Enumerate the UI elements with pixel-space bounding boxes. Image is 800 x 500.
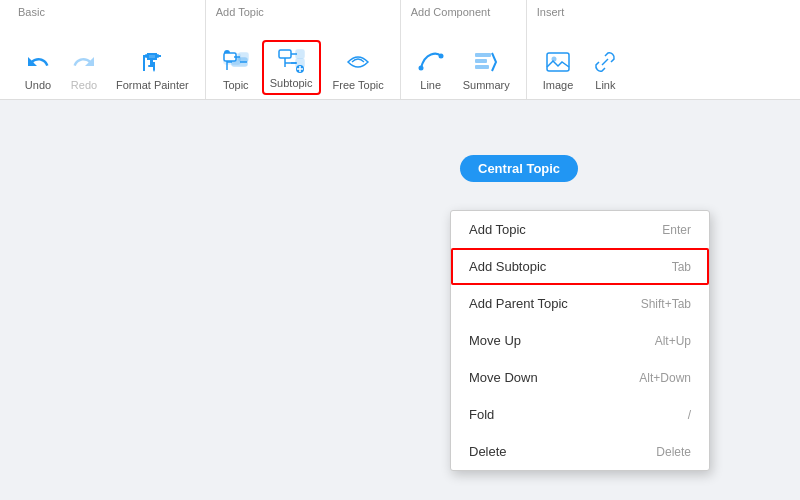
- redo-button[interactable]: Redo: [64, 44, 104, 95]
- free-topic-button[interactable]: Free Topic: [327, 44, 390, 95]
- line-button[interactable]: Line: [411, 44, 451, 95]
- context-menu-item-move-up-label: Move Up: [469, 333, 521, 348]
- context-menu-item-delete[interactable]: Delete Delete: [451, 433, 709, 470]
- subtopic-label: Subtopic: [270, 77, 313, 89]
- svg-point-22: [418, 66, 423, 71]
- context-menu-item-add-topic[interactable]: Add Topic Enter: [451, 211, 709, 248]
- group-items-add-topic: Topic: [216, 24, 390, 95]
- context-menu-item-delete-shortcut: Delete: [656, 445, 691, 459]
- group-label-add-topic: Add Topic: [216, 6, 264, 18]
- context-menu-item-fold-label: Fold: [469, 407, 494, 422]
- group-items-add-component: Line Summary: [411, 24, 516, 95]
- context-menu-item-move-down[interactable]: Move Down Alt+Down: [451, 359, 709, 396]
- context-menu-item-add-parent-topic-label: Add Parent Topic: [469, 296, 568, 311]
- toolbar-group-add-topic: Add Topic Topic: [206, 0, 401, 99]
- context-menu-item-add-subtopic-label: Add Subtopic: [469, 259, 546, 274]
- undo-label: Undo: [25, 79, 51, 91]
- context-menu: Add Topic Enter Add Subtopic Tab Add Par…: [450, 210, 710, 471]
- group-label-add-component: Add Component: [411, 6, 491, 18]
- link-label: Link: [595, 79, 615, 91]
- free-topic-icon: [344, 48, 372, 76]
- context-menu-item-move-down-shortcut: Alt+Down: [639, 371, 691, 385]
- group-items-basic: Undo Redo: [18, 24, 195, 95]
- svg-rect-11: [239, 53, 248, 61]
- group-items-insert: Image Link: [537, 24, 626, 95]
- topic-icon: [222, 48, 250, 76]
- group-label-basic: Basic: [18, 6, 45, 18]
- context-menu-item-add-topic-label: Add Topic: [469, 222, 526, 237]
- format-painter-icon: [138, 48, 166, 76]
- context-menu-item-move-down-label: Move Down: [469, 370, 538, 385]
- toolbar-group-basic: Basic Undo Redo: [8, 0, 206, 99]
- redo-icon: [70, 48, 98, 76]
- context-menu-item-add-parent-topic-shortcut: Shift+Tab: [641, 297, 691, 311]
- context-menu-item-move-up-shortcut: Alt+Up: [655, 334, 691, 348]
- context-menu-item-add-parent-topic[interactable]: Add Parent Topic Shift+Tab: [451, 285, 709, 322]
- toolbar: Basic Undo Redo: [0, 0, 800, 100]
- summary-label: Summary: [463, 79, 510, 91]
- svg-rect-27: [547, 53, 569, 71]
- line-label: Line: [420, 79, 441, 91]
- svg-rect-14: [296, 50, 304, 58]
- redo-label: Redo: [71, 79, 97, 91]
- line-icon: [417, 48, 445, 76]
- context-menu-item-add-topic-shortcut: Enter: [662, 223, 691, 237]
- topic-label: Topic: [223, 79, 249, 91]
- context-menu-item-add-subtopic[interactable]: Add Subtopic Tab: [451, 248, 709, 285]
- summary-button[interactable]: Summary: [457, 44, 516, 95]
- image-icon: [544, 48, 572, 76]
- context-menu-item-add-subtopic-shortcut: Tab: [672, 260, 691, 274]
- image-label: Image: [543, 79, 574, 91]
- format-painter-button[interactable]: Format Painter: [110, 44, 195, 95]
- svg-rect-2: [148, 65, 155, 67]
- free-topic-label: Free Topic: [333, 79, 384, 91]
- context-menu-item-move-up[interactable]: Move Up Alt+Up: [451, 322, 709, 359]
- format-painter-label: Format Painter: [116, 79, 189, 91]
- subtopic-icon: [277, 46, 305, 74]
- topic-button[interactable]: Topic: [216, 44, 256, 95]
- central-topic-label: Central Topic: [478, 161, 560, 176]
- svg-rect-0: [145, 54, 159, 58]
- svg-rect-26: [475, 65, 489, 69]
- link-button[interactable]: Link: [585, 44, 625, 95]
- link-icon: [591, 48, 619, 76]
- toolbar-group-insert: Insert Image: [527, 0, 636, 99]
- canvas[interactable]: Central Topic Main... Sub... Add Topic E…: [0, 100, 800, 500]
- svg-rect-24: [475, 53, 491, 57]
- undo-button[interactable]: Undo: [18, 44, 58, 95]
- svg-rect-12: [279, 50, 291, 58]
- undo-icon: [24, 48, 52, 76]
- group-label-insert: Insert: [537, 6, 565, 18]
- central-topic-node[interactable]: Central Topic: [460, 155, 578, 182]
- toolbar-group-add-component: Add Component Line: [401, 0, 527, 99]
- svg-rect-1: [150, 58, 153, 66]
- svg-point-23: [438, 54, 443, 59]
- svg-rect-25: [475, 59, 487, 63]
- context-menu-item-delete-label: Delete: [469, 444, 507, 459]
- image-button[interactable]: Image: [537, 44, 580, 95]
- context-menu-item-fold[interactable]: Fold /: [451, 396, 709, 433]
- context-menu-item-fold-shortcut: /: [688, 408, 691, 422]
- subtopic-button[interactable]: Subtopic: [262, 40, 321, 95]
- summary-icon: [472, 48, 500, 76]
